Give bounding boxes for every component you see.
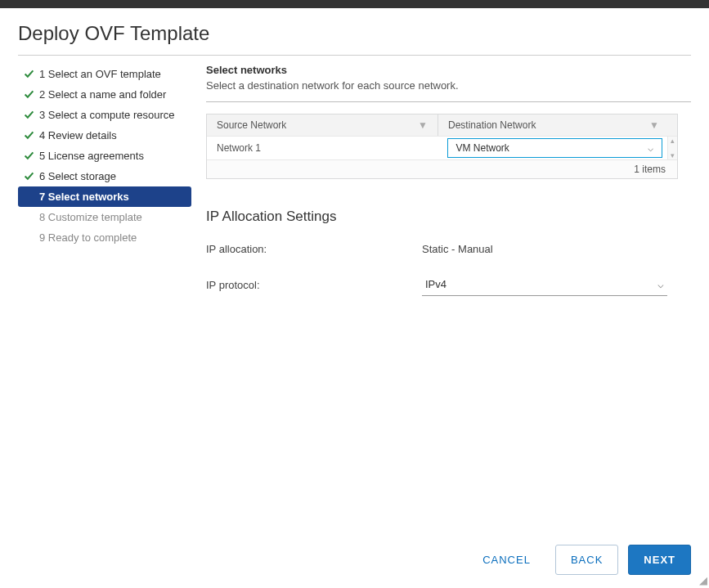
title-rule [18, 55, 691, 56]
table-header: Source Network▼ Destination Network▼ [207, 114, 677, 136]
ip-protocol-select[interactable]: IPv4 ⌵ [422, 273, 667, 296]
th-destination[interactable]: Destination Network▼ [438, 114, 677, 136]
next-button[interactable]: NEXT [628, 545, 691, 575]
step-2[interactable]: 2 Select a name and folder [18, 84, 191, 105]
check-icon [18, 150, 39, 161]
check-icon [18, 171, 39, 182]
panel-heading: Select networks [206, 64, 691, 76]
chevron-down-icon: ⌵ [648, 142, 653, 154]
panel-sep [206, 101, 691, 102]
destination-network-select[interactable]: VM Network ⌵ [447, 138, 663, 158]
chevron-down-icon: ⌵ [657, 278, 664, 290]
ip-alloc-value: Static - Manual [422, 243, 493, 255]
filter-icon[interactable]: ▼ [649, 119, 659, 131]
scroll-up-icon[interactable]: ▴ [671, 137, 675, 145]
th-source[interactable]: Source Network▼ [207, 114, 438, 136]
step-7-active[interactable]: 7 Select networks [18, 186, 191, 207]
ip-settings-heading: IP Allocation Settings [206, 209, 691, 225]
wizard-steps: 1 Select an OVF template 2 Select a name… [18, 62, 191, 314]
scrollbar[interactable]: ▴▾ [667, 137, 677, 159]
back-button[interactable]: BACK [555, 545, 618, 575]
filter-icon[interactable]: ▼ [418, 119, 428, 131]
step-4[interactable]: 4 Review details [18, 125, 191, 146]
resize-handle-icon[interactable]: ◢ [699, 574, 707, 586]
check-icon [18, 110, 39, 120]
ip-alloc-label: IP allocation: [206, 243, 422, 255]
window-topbar [0, 0, 709, 8]
scroll-down-icon[interactable]: ▾ [671, 151, 675, 159]
table-footer: 1 items [207, 159, 677, 178]
check-icon [18, 89, 39, 100]
panel-subtext: Select a destination network for each so… [206, 79, 691, 92]
ip-proto-label: IP protocol: [206, 279, 422, 291]
table-row: Network 1 VM Network ⌵ ▴▾ [207, 136, 677, 159]
check-icon [18, 69, 39, 79]
cancel-button[interactable]: CANCEL [468, 545, 545, 574]
step-9: 9 Ready to complete [18, 227, 191, 248]
step-3[interactable]: 3 Select a compute resource [18, 105, 191, 125]
step-5[interactable]: 5 License agreements [18, 146, 191, 166]
step-8: 8 Customize template [18, 207, 191, 227]
step-1[interactable]: 1 Select an OVF template [18, 64, 191, 84]
td-source: Network 1 [207, 137, 447, 159]
page-title: Deploy OVF Template [18, 22, 691, 45]
network-table: Source Network▼ Destination Network▼ Net… [206, 114, 678, 179]
step-6[interactable]: 6 Select storage [18, 166, 191, 186]
wizard-footer: CANCEL BACK NEXT [458, 545, 691, 575]
check-icon [18, 130, 39, 141]
